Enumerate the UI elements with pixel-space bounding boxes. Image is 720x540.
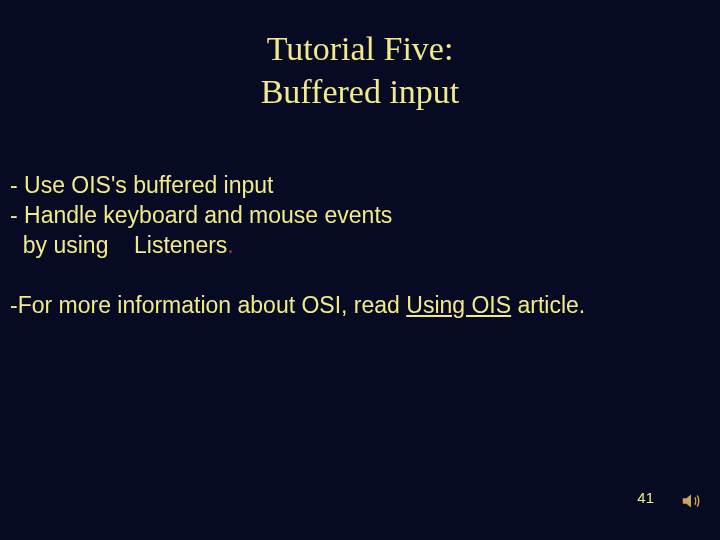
slide-body: - Use OIS's buffered input - Handle keyb…	[0, 171, 720, 321]
slide: Tutorial Five: Buffered input - Use OIS'…	[0, 0, 720, 540]
bullet-1: - Use OIS's buffered input	[10, 171, 710, 201]
slide-title: Tutorial Five: Buffered input	[0, 0, 720, 113]
info-pre: -For more information about OSI, read	[10, 292, 406, 318]
info-line: -For more information about OSI, read Us…	[10, 291, 710, 321]
bullet-2: - Handle keyboard and mouse events	[10, 201, 710, 231]
bullet-2b: by using Listeners.	[10, 231, 710, 261]
title-line-2: Buffered input	[0, 71, 720, 114]
page-number: 41	[637, 489, 654, 506]
info-post: article.	[511, 292, 585, 318]
bullet-2b-period: .	[227, 232, 233, 258]
sound-icon[interactable]	[680, 490, 702, 512]
using-ois-link[interactable]: Using OIS	[406, 292, 511, 318]
bullet-2b-text: by using Listeners	[10, 232, 227, 258]
spacer	[10, 261, 710, 291]
title-line-1: Tutorial Five:	[0, 28, 720, 71]
